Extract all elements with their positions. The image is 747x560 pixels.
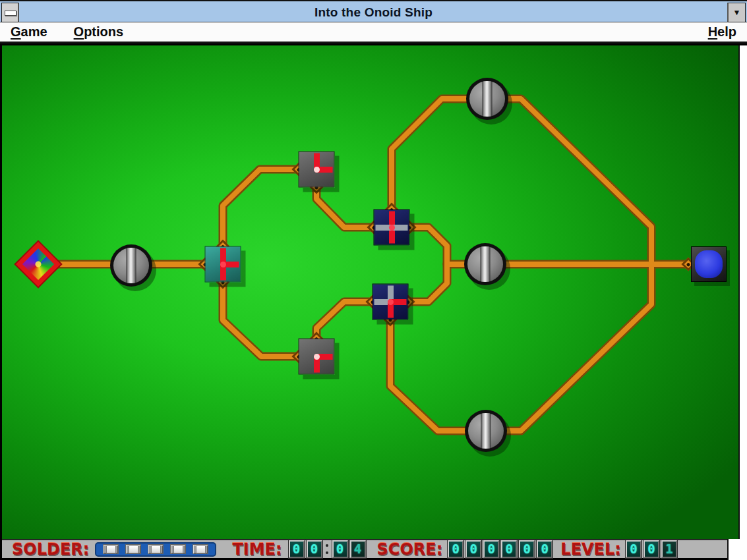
chip-corner-top[interactable]	[299, 152, 335, 188]
chip-center-dot	[388, 299, 394, 305]
solder-meter	[95, 542, 216, 557]
knob-bottom[interactable]	[465, 410, 507, 452]
digit-colon	[324, 544, 330, 554]
circuit-board	[2, 45, 738, 539]
source-pattern-icon	[22, 248, 54, 280]
knob-face	[113, 248, 149, 283]
chip-center-dot	[389, 225, 395, 231]
menu-item-help[interactable]: Help	[708, 24, 736, 40]
digit-cell: 0	[537, 540, 553, 558]
digit-cell: 0	[626, 540, 642, 558]
menu-rest-letters: elp	[717, 24, 736, 39]
digit-cell: 0	[332, 540, 348, 558]
digit-cell: 0	[448, 540, 463, 558]
level-label: LEVEL:	[560, 542, 621, 557]
knob-slot-icon	[127, 248, 136, 283]
title-bar: Into the Onoid Ship ▼	[0, 0, 747, 22]
status-bar: SOLDER: TIME: 0004 SCORE: 000000 LEVEL: …	[2, 539, 727, 558]
knob-slot-icon	[481, 246, 491, 282]
knob-top[interactable]	[466, 78, 508, 120]
down-arrow-icon: ▼	[733, 8, 741, 17]
menu-item-options[interactable]: Options	[74, 24, 124, 40]
digit-cell: 4	[350, 540, 366, 558]
knob-face	[467, 246, 503, 282]
menu-right-group: Help	[708, 24, 736, 40]
chip-splitter[interactable]	[205, 246, 241, 283]
digit-cell: 0	[307, 540, 322, 558]
digit-cell: 0	[501, 540, 517, 558]
window-right-border	[738, 45, 747, 560]
solder-slot	[170, 544, 186, 554]
menu-underline-letter: H	[708, 24, 717, 39]
chip-cross-bottom[interactable]	[373, 284, 409, 320]
time-label: TIME:	[232, 542, 282, 557]
digit-cell: 0	[519, 540, 535, 558]
solder-slot	[103, 544, 119, 554]
solder-slot	[193, 544, 208, 554]
chip-cross-top[interactable]	[374, 210, 410, 246]
chip-center-dot	[314, 354, 320, 360]
digit-cell: 0	[289, 540, 305, 558]
knob-slot-icon	[481, 413, 491, 449]
menu-underline-letter: O	[74, 24, 84, 39]
digit-cell: 0	[643, 540, 659, 558]
menu-underline-letter: G	[11, 24, 21, 39]
window-title: Into the Onoid Ship	[0, 1, 747, 24]
target-port[interactable]	[691, 246, 727, 282]
knob-middle[interactable]	[464, 243, 506, 285]
digit-cell: 0	[465, 540, 481, 558]
menu-bar: GameOptions Help	[0, 22, 747, 43]
digit-cell: 0	[483, 540, 499, 558]
minimize-button[interactable]: ▼	[727, 3, 746, 22]
chip-corner-bottom[interactable]	[299, 339, 335, 375]
knob-face	[468, 413, 504, 449]
chip-center-dot	[314, 167, 320, 173]
digit-cell: 1	[661, 540, 677, 558]
target-blob-icon	[695, 250, 723, 278]
menu-item-game[interactable]: Game	[11, 24, 47, 40]
knob-face	[469, 81, 505, 117]
chip-center-dot	[220, 262, 226, 267]
solder-label: SOLDER:	[12, 542, 89, 557]
level-display: 001	[626, 540, 677, 558]
knob-left[interactable]	[110, 244, 152, 287]
wire-traces	[2, 45, 738, 539]
time-display: 0004	[289, 540, 366, 558]
knob-slot-icon	[483, 81, 493, 117]
score-label: SCORE:	[377, 542, 443, 557]
solder-slot	[148, 544, 164, 554]
menu-left-group: GameOptions	[11, 24, 123, 40]
score-display: 000000	[448, 540, 553, 558]
menu-rest-letters: ame	[21, 24, 47, 39]
menu-rest-letters: ptions	[84, 24, 123, 39]
status-bar-corner	[727, 539, 747, 560]
solder-slot	[125, 544, 141, 554]
